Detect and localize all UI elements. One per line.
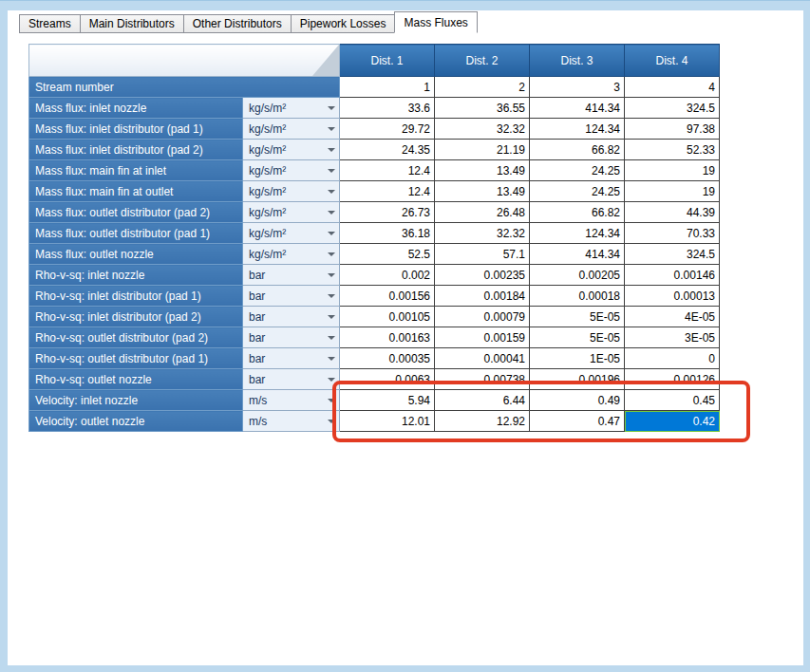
value-cell[interactable]: 12.4 bbox=[340, 160, 435, 181]
value-cell[interactable]: 0.002 bbox=[340, 265, 435, 286]
value-cell[interactable]: 414.34 bbox=[530, 244, 625, 265]
value-cell[interactable]: 0.00041 bbox=[435, 348, 530, 369]
unit-dropdown[interactable]: m/s bbox=[243, 411, 340, 432]
value-cell[interactable]: 12.92 bbox=[435, 411, 530, 432]
unit-dropdown[interactable]: bar bbox=[243, 369, 340, 390]
value-cell[interactable]: 124.34 bbox=[530, 223, 625, 244]
table-row: Velocity: inlet nozzlem/s5.946.440.490.4… bbox=[29, 390, 720, 411]
value-cell[interactable]: 0.47 bbox=[530, 411, 625, 432]
column-header-dist-3[interactable]: Dist. 3 bbox=[530, 45, 625, 77]
unit-dropdown[interactable]: kg/s/m² bbox=[243, 140, 340, 160]
value-cell[interactable]: 29.72 bbox=[340, 119, 435, 140]
value-cell[interactable]: 0.00156 bbox=[340, 286, 435, 307]
value-cell[interactable]: 0.00035 bbox=[340, 348, 435, 369]
value-cell[interactable]: 0.45 bbox=[625, 390, 720, 411]
value-cell[interactable]: 70.33 bbox=[625, 223, 720, 244]
value-cell[interactable]: 0.00184 bbox=[435, 286, 530, 307]
unit-dropdown[interactable]: bar bbox=[243, 327, 340, 348]
value-cell[interactable]: 0.49 bbox=[530, 390, 625, 411]
value-cell-selected[interactable]: 0.42 bbox=[625, 411, 720, 432]
tab-mass-fluxes[interactable]: Mass Fluxes bbox=[394, 11, 477, 33]
value-cell[interactable]: 24.25 bbox=[530, 181, 625, 202]
value-cell[interactable]: 324.5 bbox=[625, 98, 720, 119]
value-cell[interactable]: 13.49 bbox=[435, 181, 530, 202]
column-header-dist-4[interactable]: Dist. 4 bbox=[625, 45, 720, 77]
value-cell[interactable]: 36.18 bbox=[340, 223, 435, 244]
tab-main-distributors[interactable]: Main Distributors bbox=[80, 14, 184, 33]
value-cell[interactable]: 36.55 bbox=[435, 98, 530, 119]
value-cell[interactable]: 324.5 bbox=[625, 244, 720, 265]
unit-dropdown[interactable]: bar bbox=[243, 348, 340, 369]
column-header-dist-2[interactable]: Dist. 2 bbox=[435, 45, 530, 77]
unit-dropdown[interactable]: kg/s/m² bbox=[243, 160, 340, 181]
value-cell[interactable]: 2 bbox=[435, 77, 530, 98]
column-header-dist-1[interactable]: Dist. 1 bbox=[340, 45, 435, 77]
value-cell[interactable]: 57.1 bbox=[435, 244, 530, 265]
value-cell[interactable]: 33.6 bbox=[340, 98, 435, 119]
tab-other-distributors[interactable]: Other Distributors bbox=[183, 14, 292, 33]
value-cell[interactable]: 12.01 bbox=[340, 411, 435, 432]
value-cell[interactable]: 97.38 bbox=[625, 119, 720, 140]
unit-dropdown[interactable]: kg/s/m² bbox=[243, 181, 340, 202]
value-cell[interactable]: 52.33 bbox=[625, 140, 720, 160]
unit-dropdown[interactable]: kg/s/m² bbox=[243, 223, 340, 244]
value-cell[interactable]: 4 bbox=[625, 77, 720, 98]
value-cell[interactable]: 0.00159 bbox=[435, 327, 530, 348]
value-cell[interactable]: 4E-05 bbox=[625, 307, 720, 327]
value-cell[interactable]: 12.4 bbox=[340, 181, 435, 202]
value-cell[interactable]: 5E-05 bbox=[530, 307, 625, 327]
unit-dropdown[interactable]: bar bbox=[243, 286, 340, 307]
value-cell[interactable]: 3 bbox=[530, 77, 625, 98]
value-cell[interactable]: 24.35 bbox=[340, 140, 435, 160]
unit-dropdown[interactable]: bar bbox=[243, 265, 340, 286]
value-cell[interactable]: 66.82 bbox=[530, 140, 625, 160]
value-cell[interactable]: 0.00205 bbox=[530, 265, 625, 286]
value-cell[interactable]: 0.00235 bbox=[435, 265, 530, 286]
value-cell[interactable]: 0.0063 bbox=[340, 369, 435, 390]
value-cell[interactable]: 124.34 bbox=[530, 119, 625, 140]
value-cell[interactable]: 0.00126 bbox=[625, 369, 720, 390]
value-cell[interactable]: 414.34 bbox=[530, 98, 625, 119]
value-cell[interactable]: 26.73 bbox=[340, 202, 435, 223]
value-cell[interactable]: 52.5 bbox=[340, 244, 435, 265]
row-label: Mass flux: inlet distributor (pad 2) bbox=[29, 140, 243, 160]
table-row: Velocity: outlet nozzlem/s12.0112.920.47… bbox=[29, 411, 720, 432]
value-cell[interactable]: 5E-05 bbox=[530, 327, 625, 348]
value-cell[interactable]: 0.00163 bbox=[340, 327, 435, 348]
value-cell[interactable]: 19 bbox=[625, 181, 720, 202]
value-cell[interactable]: 24.25 bbox=[530, 160, 625, 181]
value-cell[interactable]: 1E-05 bbox=[530, 348, 625, 369]
value-cell[interactable]: 0.00196 bbox=[530, 369, 625, 390]
app-window: StreamsMain DistributorsOther Distributo… bbox=[0, 0, 810, 672]
value-cell[interactable]: 5.94 bbox=[340, 390, 435, 411]
unit-dropdown[interactable]: kg/s/m² bbox=[243, 98, 340, 119]
value-cell[interactable]: 3E-05 bbox=[625, 327, 720, 348]
table-row: Mass flux: outlet distributor (pad 1)kg/… bbox=[29, 223, 720, 244]
value-cell[interactable]: 0.00013 bbox=[625, 286, 720, 307]
value-cell[interactable]: 6.44 bbox=[435, 390, 530, 411]
value-cell[interactable]: 21.19 bbox=[435, 140, 530, 160]
value-cell[interactable]: 0.00079 bbox=[435, 307, 530, 327]
value-cell[interactable]: 19 bbox=[625, 160, 720, 181]
value-cell[interactable]: 66.82 bbox=[530, 202, 625, 223]
value-cell[interactable]: 0.00146 bbox=[625, 265, 720, 286]
value-cell[interactable]: 13.49 bbox=[435, 160, 530, 181]
value-cell[interactable]: 32.32 bbox=[435, 223, 530, 244]
unit-dropdown[interactable]: kg/s/m² bbox=[243, 244, 340, 265]
tab-streams[interactable]: Streams bbox=[19, 14, 81, 33]
value-cell[interactable]: 0 bbox=[625, 348, 720, 369]
corner-cell[interactable] bbox=[29, 45, 340, 77]
unit-label: kg/s/m² bbox=[249, 185, 286, 198]
value-cell[interactable]: 0.00018 bbox=[530, 286, 625, 307]
unit-dropdown[interactable]: m/s bbox=[243, 390, 340, 411]
value-cell[interactable]: 44.39 bbox=[625, 202, 720, 223]
unit-dropdown[interactable]: bar bbox=[243, 307, 340, 327]
value-cell[interactable]: 0.00738 bbox=[435, 369, 530, 390]
value-cell[interactable]: 26.48 bbox=[435, 202, 530, 223]
unit-dropdown[interactable]: kg/s/m² bbox=[243, 119, 340, 140]
tab-pipework-losses[interactable]: Pipework Losses bbox=[291, 14, 396, 33]
value-cell[interactable]: 1 bbox=[340, 77, 435, 98]
unit-dropdown[interactable]: kg/s/m² bbox=[243, 202, 340, 223]
value-cell[interactable]: 32.32 bbox=[435, 119, 530, 140]
value-cell[interactable]: 0.00105 bbox=[340, 307, 435, 327]
